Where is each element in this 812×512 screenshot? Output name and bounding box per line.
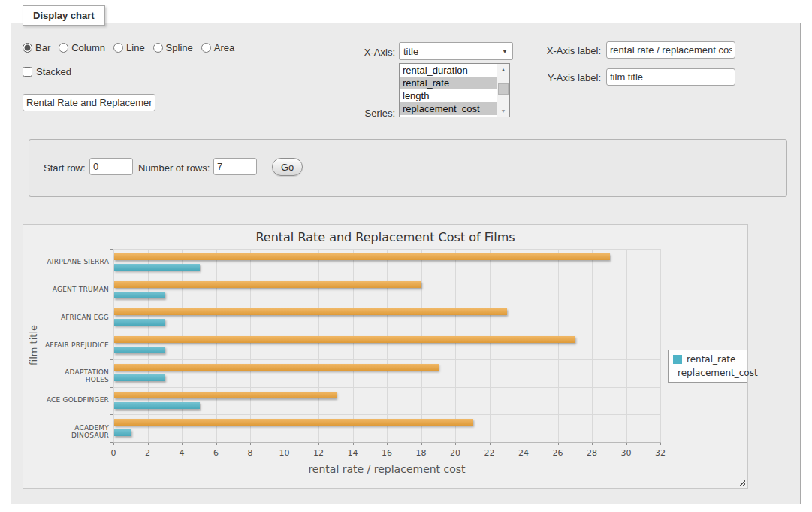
- series-option-rental_rate[interactable]: rental_rate: [400, 77, 497, 89]
- x-axis-selected-value: title: [403, 46, 418, 57]
- chart-type-option-line[interactable]: Line: [113, 42, 145, 53]
- resize-handle-icon[interactable]: [738, 478, 745, 486]
- y-gridline: [113, 332, 660, 332]
- category-label: AGENT TRUMAN: [40, 286, 109, 293]
- x-gridline: [250, 249, 251, 442]
- category-label: AIRPLANE SIERRA: [40, 258, 109, 265]
- scroll-down-icon[interactable]: ▼: [497, 105, 509, 117]
- x-gridline: [455, 249, 456, 442]
- start-row-label: Start row:: [44, 162, 86, 174]
- x-axis-label-input[interactable]: [606, 41, 735, 59]
- chart-type-option-label: Spline: [166, 42, 193, 53]
- stacked-checkbox-row[interactable]: Stacked: [23, 66, 71, 77]
- bar-rental_rate[interactable]: [114, 374, 165, 381]
- y-gridline: [113, 387, 660, 388]
- x-gridline: [216, 249, 217, 442]
- number-of-rows-input[interactable]: [213, 158, 257, 175]
- bar-replacement_cost[interactable]: [114, 253, 610, 260]
- y-gridline: [113, 414, 660, 415]
- category-label: ACADEMY DINOSAUR: [40, 424, 109, 439]
- category-label: ACE GOLDFINGER: [40, 396, 109, 404]
- series-list-scrollbar[interactable]: ▲ ▼: [497, 64, 509, 117]
- bar-rental_rate[interactable]: [114, 347, 165, 353]
- bar-rental_rate[interactable]: [114, 319, 165, 326]
- x-tick-label: 10: [270, 448, 300, 458]
- y-gridline: [113, 277, 660, 277]
- series-multiselect[interactable]: rental_durationrental_ratelengthreplacem…: [399, 63, 510, 117]
- bar-replacement_cost[interactable]: [114, 308, 507, 315]
- series-select-label: Series:: [340, 108, 395, 119]
- bar-rental_rate[interactable]: [114, 292, 165, 298]
- bar-replacement_cost[interactable]: [114, 281, 421, 288]
- scrollbar-thumb[interactable]: [498, 83, 509, 95]
- panel-title: Display chart: [23, 5, 105, 26]
- chart-type-radio-bar[interactable]: [23, 43, 32, 53]
- x-tick-label: 28: [577, 448, 607, 458]
- bar-rental_rate[interactable]: [114, 402, 200, 409]
- bar-rental_rate[interactable]: [114, 429, 131, 436]
- x-gridline: [421, 249, 422, 442]
- x-gridline: [558, 249, 559, 442]
- chart-type-radio-column[interactable]: [59, 43, 68, 53]
- x-gridline: [524, 249, 524, 442]
- legend-swatch: [673, 355, 682, 364]
- chart-type-radio-line[interactable]: [113, 43, 123, 53]
- x-axis-line: [113, 442, 661, 443]
- legend-label: rental_rate: [687, 354, 735, 365]
- legend-label: replacement_cost: [678, 368, 758, 378]
- chart-type-radio-spline[interactable]: [153, 43, 163, 53]
- bar-replacement_cost[interactable]: [114, 364, 439, 371]
- bar-replacement_cost[interactable]: [114, 392, 337, 398]
- chart-type-option-area[interactable]: Area: [201, 42, 234, 53]
- x-axis-select[interactable]: title ▼: [399, 42, 513, 60]
- series-option-rental_duration[interactable]: rental_duration: [400, 64, 497, 77]
- y-tick: [110, 359, 113, 360]
- chart-type-radios: BarColumnLineSplineArea: [23, 42, 234, 53]
- x-tick-label: 0: [98, 448, 128, 458]
- x-gridline: [592, 249, 593, 442]
- chart-type-option-spline[interactable]: Spline: [153, 42, 193, 53]
- x-tick-label: 6: [201, 448, 231, 458]
- number-of-rows-label: Number of rows:: [138, 162, 210, 174]
- bar-replacement_cost[interactable]: [114, 336, 575, 343]
- y-axis-label-input[interactable]: [606, 68, 735, 86]
- chart-type-option-label: Column: [71, 42, 105, 53]
- series-option-replacement_cost[interactable]: replacement_cost: [400, 102, 497, 115]
- x-tick-label: 26: [543, 448, 573, 458]
- start-row-input[interactable]: [89, 158, 133, 175]
- stacked-checkbox[interactable]: [23, 67, 32, 77]
- x-gridline: [490, 249, 491, 442]
- chart-type-option-label: Bar: [35, 42, 50, 53]
- x-tick-label: 20: [440, 448, 470, 458]
- stacked-label: Stacked: [36, 66, 71, 77]
- bar-rental_rate[interactable]: [114, 264, 200, 271]
- go-button[interactable]: Go: [272, 158, 303, 176]
- chart-type-option-label: Area: [214, 42, 234, 53]
- series-option-length[interactable]: length: [400, 89, 497, 102]
- y-tick: [110, 304, 113, 304]
- legend-item-replacement_cost[interactable]: replacement_cost: [673, 368, 744, 378]
- y-tick: [110, 249, 113, 250]
- x-gridline: [113, 249, 114, 442]
- y-gridline: [113, 249, 660, 250]
- bar-replacement_cost[interactable]: [114, 419, 473, 426]
- chart-type-option-bar[interactable]: Bar: [23, 42, 50, 53]
- category-label: ADAPTATION HOLES: [40, 368, 109, 383]
- chart-type-radio-area[interactable]: [201, 43, 211, 53]
- y-tick: [110, 414, 113, 415]
- x-tick-label: 8: [235, 448, 265, 458]
- chart-title-input[interactable]: [23, 94, 155, 111]
- x-tick-label: 12: [303, 448, 334, 458]
- x-tick-label: 16: [372, 448, 402, 458]
- series-list: rental_durationrental_ratelengthreplacem…: [400, 64, 497, 117]
- x-axis-label-label: X-Axis label:: [538, 45, 601, 56]
- x-gridline: [285, 249, 285, 442]
- x-tick-label: 18: [406, 448, 436, 458]
- x-gridline: [353, 249, 354, 442]
- category-label: AFRICAN EGG: [40, 314, 109, 321]
- y-gridline: [113, 304, 660, 304]
- y-tick: [110, 332, 113, 332]
- legend-item-rental_rate[interactable]: rental_rate: [673, 354, 744, 365]
- scroll-up-icon[interactable]: ▲: [497, 64, 509, 75]
- chart-type-option-column[interactable]: Column: [59, 42, 105, 53]
